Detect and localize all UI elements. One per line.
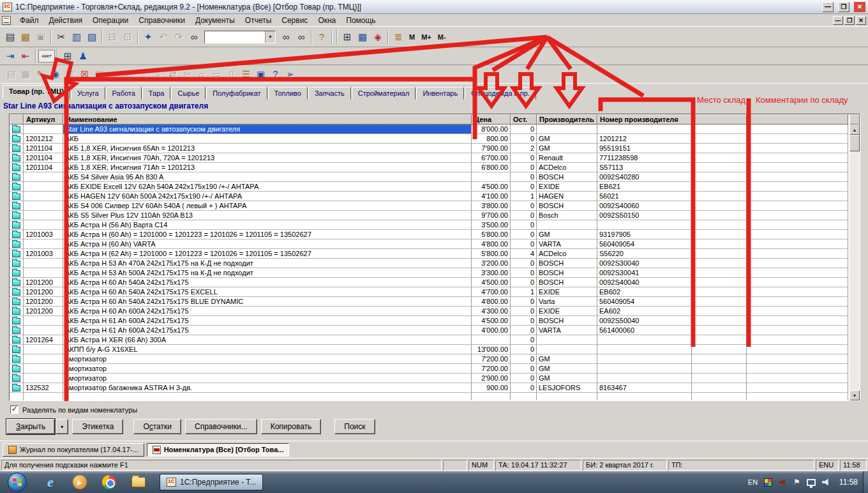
table-cell[interactable]: 4'300.00 (472, 307, 511, 316)
menu-item[interactable]: Сервис (276, 15, 313, 26)
column-header[interactable]: Цена (472, 114, 511, 125)
group-icon-cell[interactable] (10, 125, 24, 134)
table-cell[interactable]: BOSCH (537, 172, 597, 182)
table-row[interactable]: АКПП б/у A-G X16XEL13'000.000 (10, 345, 849, 354)
toolbar-search-combobox[interactable]: ▼ (204, 31, 276, 43)
table-cell[interactable]: 0 (511, 201, 537, 211)
table-cell[interactable]: GM (537, 144, 597, 153)
table-cell[interactable]: АКБ Астра H (62 Ah) = 1201000 = 1201223 … (63, 249, 472, 259)
group-icon-cell[interactable] (10, 307, 24, 316)
group-icon-cell[interactable] (10, 182, 24, 192)
table-cell[interactable] (24, 192, 63, 201)
hierarchy-icon[interactable]: ☰ (239, 67, 253, 81)
table-cell[interactable]: 1201200 (24, 307, 63, 316)
table-cell[interactable]: ACDelco (537, 163, 597, 172)
table-cell[interactable] (747, 125, 848, 134)
column-header[interactable] (747, 114, 848, 125)
table-row[interactable]: амортизатор7'200.000GM (10, 364, 849, 374)
table-cell[interactable]: 0092S40040 (597, 278, 692, 287)
catalog-tab[interactable]: Сырье (171, 87, 206, 100)
copy-row-icon[interactable]: ▥ (63, 67, 77, 81)
group-icon-cell[interactable] (10, 383, 24, 393)
footer-button[interactable]: Копировать (261, 419, 322, 434)
undo-icon[interactable]: ↶ (156, 29, 171, 45)
table-cell[interactable] (692, 268, 747, 278)
table-cell[interactable]: амортизатор (63, 354, 472, 364)
memory-button[interactable]: М (406, 31, 418, 43)
table-cell[interactable]: амортизатор (63, 374, 472, 383)
group-icon-cell[interactable] (10, 134, 24, 144)
table-cell[interactable] (537, 220, 597, 230)
table-cell[interactable]: S56220 (597, 249, 692, 259)
table-cell[interactable]: S57113 (597, 163, 692, 172)
table-cell[interactable]: 0 (511, 239, 537, 249)
table-cell[interactable] (692, 249, 747, 259)
catalog-tab[interactable]: Инвентарь (416, 87, 464, 100)
table-row[interactable]: 1201104АКБ 1,8 XER, Инсигния 70Ah, 720A … (10, 153, 849, 163)
table-cell[interactable]: АКБ Астра H 60 Ah 540A 242x175x175 (63, 278, 472, 287)
footer-button[interactable]: Закрыть (6, 419, 55, 434)
table-cell[interactable]: 4'700.00 (472, 287, 511, 297)
table-cell[interactable]: 0 (511, 354, 537, 364)
calculator-icon[interactable]: ⊞ (340, 29, 355, 45)
table-cell[interactable]: 3'200.00 (472, 259, 511, 268)
table-cell[interactable]: GM (537, 374, 597, 383)
show-desktop-button[interactable] (863, 471, 868, 493)
table-cell[interactable]: АКБ Астра H 53 Ah 470A 242x175x175 на К-… (63, 259, 472, 268)
catalog-tab[interactable]: Топливо (268, 87, 308, 100)
table-cell[interactable] (692, 230, 747, 239)
close-button[interactable]: ✕ (854, 2, 865, 12)
search-combobox-field[interactable] (205, 31, 265, 43)
table-cell[interactable] (747, 345, 848, 354)
table-cell[interactable]: 0 (511, 211, 537, 220)
table-cell[interactable]: 1201200 (24, 278, 63, 287)
menu-item[interactable]: Действия (44, 15, 88, 26)
network-tray-icon[interactable] (807, 479, 816, 486)
table-cell[interactable] (747, 374, 848, 383)
table-cell[interactable]: 1201104 (24, 163, 63, 172)
table-cell[interactable] (692, 220, 747, 230)
table-cell[interactable]: GM (537, 354, 597, 364)
table-cell[interactable] (747, 326, 848, 335)
table-cell[interactable]: 13'000.00 (472, 345, 511, 354)
syntax-check-icon[interactable]: ◈ (370, 29, 385, 45)
table-cell[interactable]: АКБ Астра H 61 Ah 600A 242x175x175 (63, 316, 472, 326)
table-cell[interactable] (747, 144, 848, 153)
group-icon-cell[interactable] (10, 249, 24, 259)
mdi-window-button[interactable]: Номенклатура (Все) [Отбор Това... (147, 443, 290, 457)
table-row[interactable]: АКБ Астра H 61 Ah 600A 242x175x1754'000.… (10, 326, 849, 335)
table-cell[interactable]: 3'800.00 (472, 201, 511, 211)
table-cell[interactable]: EXIDE (537, 182, 597, 192)
table-row[interactable]: 1201200АКБ Астра H 60 Ah 540A 242x175x17… (10, 287, 849, 297)
table-cell[interactable] (692, 211, 747, 220)
table-cell[interactable]: 7711238598 (597, 153, 692, 163)
table-cell[interactable]: EA602 (597, 307, 692, 316)
mdi-window-button[interactable]: Журнал по покупателям (17.04.17-... (3, 443, 144, 457)
calendar-icon[interactable]: ▦ (355, 29, 370, 45)
transfer-icon[interactable]: ⇄ (165, 67, 180, 81)
table-cell[interactable] (692, 354, 747, 364)
table-cell[interactable] (747, 383, 848, 393)
table-cell[interactable]: 560409054 (597, 239, 692, 249)
table-cell[interactable] (597, 364, 692, 374)
table-cell[interactable]: 8163467 (597, 383, 692, 393)
group-icon-cell[interactable] (10, 316, 24, 326)
table-cell[interactable]: 0092S50040 (597, 316, 692, 326)
table-cell[interactable]: АКБ EXIDE Excell 12V 62Ah 540A 242x175x1… (63, 182, 472, 192)
table-cell[interactable]: 7'200.00 (472, 364, 511, 374)
table-cell[interactable] (692, 259, 747, 268)
table-cell[interactable] (747, 316, 848, 326)
table-cell[interactable]: АКБ (63, 134, 472, 144)
table-cell[interactable]: 9'700.00 (472, 211, 511, 220)
table-cell[interactable] (24, 268, 63, 278)
column-header[interactable]: Номер производителя (597, 114, 692, 125)
table-cell[interactable]: ACDelco (537, 249, 597, 259)
mark-delete-icon[interactable]: ☒ (77, 67, 92, 81)
table-cell[interactable]: BOSCH (537, 268, 597, 278)
table-cell[interactable]: 8'000.00 (472, 125, 511, 134)
table-cell[interactable] (747, 268, 848, 278)
menu-item[interactable]: Файл (15, 15, 44, 26)
table-cell[interactable]: АКБ Астра H 60 Ah 600A 242x175x175 (63, 307, 472, 316)
table-cell[interactable] (24, 374, 63, 383)
action-center-flag-icon[interactable]: ⚑ (793, 478, 800, 487)
